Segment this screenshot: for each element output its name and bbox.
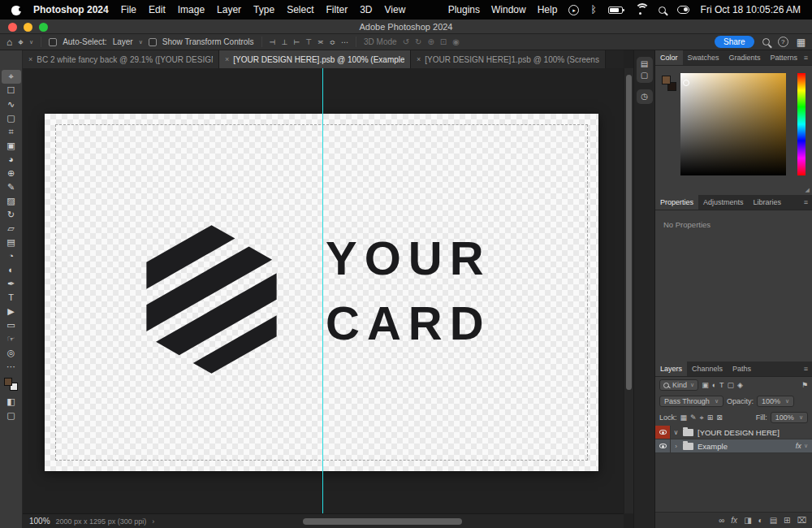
clone-stamp-tool[interactable]: ▨ — [2, 194, 21, 208]
filter-type-layers-icon[interactable]: T — [719, 381, 724, 389]
panel-menu-icon[interactable]: ≡ — [804, 365, 812, 373]
menu-select[interactable]: Select — [287, 4, 313, 15]
document-tab-2-active[interactable]: × [YOUR DESIGN HERE].psb @ 100% (Example… — [219, 50, 411, 68]
add-layer-mask-icon[interactable]: ◨ — [744, 516, 751, 525]
lock-position-icon[interactable]: ⌖ — [700, 413, 704, 422]
menu-window[interactable]: Window — [491, 4, 526, 15]
help-icon[interactable]: ? — [778, 37, 788, 47]
move-tool[interactable]: ⌖ — [2, 70, 21, 84]
bluetooth-icon[interactable]: ᛒ — [590, 4, 596, 15]
history-panel-button[interactable]: ◷ — [637, 89, 653, 104]
horizontal-scrollbar-thumb[interactable] — [303, 518, 462, 525]
share-button[interactable]: Share — [715, 36, 754, 48]
export-panel-icon[interactable]: ▢ — [641, 71, 648, 80]
menu-edit[interactable]: Edit — [149, 4, 166, 15]
screen-mode-button[interactable]: ▢ — [2, 409, 21, 422]
filter-toggle-flag-icon[interactable]: ⚑ — [801, 381, 808, 389]
quick-mask-button[interactable]: ◧ — [2, 395, 21, 409]
layer-style-icon[interactable]: fx — [731, 516, 737, 525]
align-center-icon[interactable]: ≍ — [317, 38, 324, 46]
collapse-group-icon[interactable]: › — [671, 443, 681, 450]
pen-tool[interactable]: ✒ — [2, 277, 21, 291]
document-tab-3[interactable]: × [YOUR DESIGN HERE]1.psb @ 100% (Screen… — [411, 50, 606, 68]
color-sample-ring-icon[interactable] — [683, 80, 689, 86]
apple-menu-icon[interactable] — [11, 4, 21, 15]
type-tool[interactable]: T — [2, 291, 21, 305]
menu-image[interactable]: Image — [178, 4, 205, 15]
opacity-dropdown[interactable]: 100% ∨ — [757, 396, 794, 407]
align-left-icon[interactable]: ⊣ — [270, 38, 276, 46]
distribute-icon[interactable]: ≎ — [330, 38, 336, 46]
eraser-tool[interactable]: ▱ — [2, 222, 21, 236]
filter-kind-dropdown[interactable]: Kind ∨ — [659, 379, 698, 391]
minimize-window-button[interactable] — [24, 23, 32, 32]
lock-pixels-icon[interactable]: ✎ — [690, 413, 697, 422]
layer-row-group[interactable]: ∨ [YOUR DESIGN HERE] — [655, 426, 812, 439]
menubar-clock[interactable]: Fri Oct 18 10:05:26 AM — [701, 4, 801, 15]
link-layers-icon[interactable]: ∞ — [719, 516, 724, 525]
filter-pixel-layers-icon[interactable]: ▣ — [702, 381, 709, 389]
fullscreen-window-button[interactable] — [39, 23, 48, 32]
tab-channels[interactable]: Channels — [687, 361, 728, 376]
visibility-toggle[interactable] — [655, 439, 671, 452]
foreground-color-swatch[interactable] — [4, 378, 12, 386]
rectangle-tool[interactable]: ▭ — [2, 318, 21, 332]
blur-tool[interactable]: ◔ — [2, 249, 21, 263]
filter-smart-objects-icon[interactable]: ◈ — [737, 381, 743, 389]
eyedropper-tool[interactable]: ◕ — [2, 153, 21, 167]
document-tab-1[interactable]: × BC 2 white fancy back @ 29.1% ([YOUR D… — [23, 50, 219, 68]
tab-libraries[interactable]: Libraries — [749, 195, 787, 210]
app-menu-title[interactable]: Photoshop 2024 — [33, 4, 109, 15]
menu-view[interactable]: View — [385, 4, 406, 15]
close-tab-icon[interactable]: × — [417, 55, 421, 63]
hue-slider[interactable] — [797, 73, 806, 175]
menu-filter[interactable]: Filter — [326, 4, 348, 15]
menu-file[interactable]: File — [121, 4, 136, 15]
align-top-icon[interactable]: ⊤ — [305, 38, 312, 46]
menu-type[interactable]: Type — [253, 4, 274, 15]
lock-artboard-icon[interactable]: ⊞ — [707, 413, 714, 422]
align-right-icon[interactable]: ⊢ — [293, 38, 300, 46]
saturation-brightness-field[interactable] — [680, 73, 786, 175]
more-align-options-icon[interactable]: ⋯ — [341, 38, 348, 46]
home-icon[interactable]: ⌂ — [6, 37, 12, 47]
align-bottom-icon[interactable]: ⊥ — [281, 38, 287, 46]
spotlight-icon[interactable] — [659, 6, 666, 14]
fill-dropdown[interactable]: 100% ∨ — [771, 412, 808, 423]
tool-preset-chevron-icon[interactable]: ∨ — [29, 39, 33, 45]
menu-plugins[interactable]: Plugins — [448, 4, 480, 15]
menu-3d[interactable]: 3D — [360, 4, 372, 15]
frame-tool[interactable]: ▣ — [2, 139, 21, 153]
history-brush-tool[interactable]: ↻ — [2, 208, 21, 222]
brush-tool[interactable]: ✎ — [2, 180, 21, 194]
visibility-toggle[interactable] — [655, 426, 671, 439]
path-selection-tool[interactable]: ▶ — [2, 305, 21, 318]
new-layer-icon[interactable]: ⊞ — [784, 516, 790, 525]
auto-select-checkbox[interactable] — [49, 38, 57, 46]
vertical-scrollbar-thumb[interactable] — [626, 75, 632, 390]
history-icon[interactable]: ◷ — [641, 93, 648, 101]
marquee-tool[interactable]: ☐ — [2, 84, 21, 97]
lock-all-icon[interactable]: ⊠ — [716, 413, 723, 422]
collapsed-panel-group[interactable]: ▤ ▢ — [637, 57, 653, 83]
control-center-icon[interactable] — [677, 6, 689, 14]
tab-layers[interactable]: Layers — [655, 361, 687, 376]
auto-select-value[interactable]: Layer — [113, 37, 133, 46]
crop-tool[interactable]: ⌗ — [2, 125, 21, 139]
tab-gradients[interactable]: Gradients — [724, 50, 766, 65]
search-icon[interactable] — [762, 38, 770, 45]
delete-layer-icon[interactable]: ⌧ — [797, 516, 806, 525]
zoom-level-field[interactable]: 100% — [29, 517, 50, 526]
healing-brush-tool[interactable]: ⊕ — [2, 167, 21, 180]
active-tool-icon[interactable]: ⌖ — [18, 37, 24, 47]
tab-adjustments[interactable]: Adjustments — [698, 195, 749, 210]
menu-help[interactable]: Help — [538, 4, 558, 15]
tab-patterns[interactable]: Patterns — [766, 50, 803, 65]
filter-shape-layers-icon[interactable]: ▢ — [728, 381, 735, 389]
expand-group-icon[interactable]: ∨ — [671, 429, 681, 436]
hand-tool[interactable]: ☞ — [2, 332, 21, 346]
close-tab-icon[interactable]: × — [225, 55, 229, 63]
show-transform-checkbox[interactable] — [149, 38, 157, 46]
layer-name[interactable]: [YOUR DESIGN HERE] — [698, 428, 780, 437]
layer-row-example-selected[interactable]: › Example fx ∨ — [655, 439, 812, 453]
